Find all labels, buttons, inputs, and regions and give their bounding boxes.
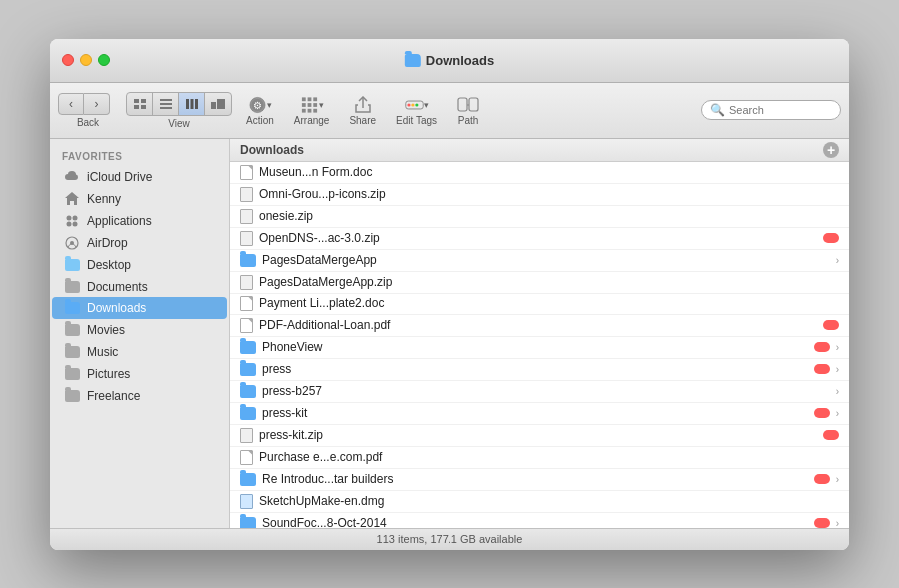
icon-view-button[interactable] [127, 93, 153, 115]
sidebar-item-applications[interactable]: Applications [52, 210, 227, 232]
sidebar-item-freelance[interactable]: Freelance [52, 385, 227, 407]
folder-icon [240, 254, 256, 267]
folder-icon [240, 385, 256, 398]
list-item[interactable]: PhoneView › [230, 337, 849, 359]
list-item[interactable]: Omni-Grou...p-icons.zip [230, 184, 849, 206]
icloud-badge [823, 430, 839, 440]
list-item[interactable]: PagesDataMergeApp › [230, 250, 849, 272]
window-title: Downloads [426, 53, 494, 68]
file-name: Payment Li...plate2.doc [259, 296, 839, 310]
svg-rect-0 [134, 99, 139, 103]
list-item[interactable]: Museun...n Form.doc [230, 162, 849, 184]
toolbar: ‹ › Back View [50, 83, 849, 139]
list-view-button[interactable] [153, 93, 179, 115]
file-name: PagesDataMergeApp [262, 253, 830, 267]
sidebar-item-downloads[interactable]: Downloads [52, 297, 227, 319]
list-item[interactable]: OpenDNS-...ac-3.0.zip [230, 228, 849, 250]
list-item[interactable]: SoundFoc...8-Oct-2014 › [230, 513, 849, 528]
svg-rect-20 [313, 103, 317, 107]
title-bar: Downloads [50, 39, 849, 83]
back-button[interactable]: ‹ [58, 93, 84, 115]
list-item[interactable]: onesie.zip [230, 206, 849, 228]
share-icon [351, 95, 375, 115]
svg-rect-21 [301, 108, 305, 112]
column-view-button[interactable] [179, 93, 205, 115]
add-column-button[interactable]: + [823, 142, 839, 158]
action-button[interactable]: ⚙ ▾ Action [240, 93, 280, 128]
traffic-lights [62, 54, 110, 66]
svg-marker-31 [65, 192, 79, 205]
folder-arrow: › [836, 474, 839, 485]
search-icon: 🔍 [710, 103, 725, 117]
svg-rect-9 [195, 99, 198, 109]
list-item[interactable]: PagesDataMergeApp.zip [230, 272, 849, 294]
sidebar-item-pictures[interactable]: Pictures [52, 363, 227, 385]
list-item[interactable]: SketchUpMake-en.dmg [230, 491, 849, 513]
folder-arrow: › [836, 342, 839, 353]
sidebar-label-pictures: Pictures [87, 367, 130, 381]
list-item[interactable]: press-kit.zip [230, 425, 849, 447]
back-label: Back [77, 117, 99, 128]
forward-button[interactable]: › [84, 93, 110, 115]
svg-point-35 [73, 221, 78, 226]
svg-rect-16 [307, 97, 311, 101]
arrange-label: Arrange [294, 115, 330, 126]
search-input[interactable] [729, 104, 832, 116]
icloud-badge [814, 408, 830, 418]
sidebar-item-kenny[interactable]: Kenny [52, 188, 227, 210]
arrange-button[interactable]: ▾ Arrange [288, 93, 336, 128]
list-item[interactable]: Payment Li...plate2.doc [230, 294, 849, 315]
svg-rect-18 [301, 103, 305, 107]
cloud-icon [64, 169, 80, 185]
view-group: View [126, 92, 232, 129]
sidebar-item-icloud-drive[interactable]: iCloud Drive [52, 166, 227, 188]
edit-tags-icon: ▾ [405, 95, 429, 115]
zip-icon [240, 231, 253, 246]
sidebar-item-movies[interactable]: Movies [52, 319, 227, 341]
back-forward-buttons: ‹ › [58, 93, 110, 115]
edit-tags-button[interactable]: ▾ Edit Tags [390, 93, 443, 128]
doc-icon [240, 318, 253, 333]
file-name: PhoneView [262, 340, 808, 354]
zip-icon [240, 275, 253, 290]
folder-icon [240, 363, 256, 376]
svg-rect-19 [307, 103, 311, 107]
minimize-button[interactable] [80, 54, 92, 66]
file-name: press-kit [262, 406, 808, 420]
path-icon [456, 95, 480, 115]
file-name: PDF-Additional-Loan.pdf [259, 318, 817, 332]
svg-rect-29 [469, 98, 478, 111]
list-item[interactable]: Purchase e...e.com.pdf [230, 447, 849, 469]
sidebar-label-downloads: Downloads [87, 301, 146, 315]
path-label: Path [458, 115, 479, 126]
file-name: Museun...n Form.doc [259, 165, 839, 179]
close-button[interactable] [62, 54, 74, 66]
share-label: Share [349, 115, 376, 126]
list-item[interactable]: press-b257 › [230, 381, 849, 403]
doc-icon [240, 450, 253, 465]
svg-rect-5 [160, 103, 172, 105]
cover-flow-button[interactable] [205, 93, 231, 115]
zip-icon [240, 187, 253, 202]
finder-window: Downloads ‹ › Back [50, 39, 849, 550]
house-icon [64, 191, 80, 207]
sidebar-item-desktop[interactable]: Desktop [52, 254, 227, 276]
list-item[interactable]: PDF-Additional-Loan.pdf [230, 315, 849, 337]
svg-rect-2 [134, 105, 139, 109]
fullscreen-button[interactable] [98, 54, 110, 66]
list-item[interactable]: press › [230, 359, 849, 381]
svg-rect-17 [313, 97, 317, 101]
list-item[interactable]: press-kit › [230, 403, 849, 425]
list-item[interactable]: Re Introduc...tar builders › [230, 469, 849, 491]
sidebar-label-freelance: Freelance [87, 389, 140, 403]
sidebar-item-music[interactable]: Music [52, 341, 227, 363]
sidebar-item-airdrop[interactable]: AirDrop [52, 232, 227, 254]
svg-point-33 [73, 215, 78, 220]
svg-rect-6 [160, 107, 172, 109]
sidebar-item-documents[interactable]: Documents [52, 276, 227, 297]
movies-folder-icon [64, 322, 80, 338]
sidebar-label-airdrop: AirDrop [87, 236, 128, 250]
share-button[interactable]: Share [343, 93, 382, 128]
path-button[interactable]: Path [450, 93, 486, 128]
svg-rect-11 [217, 99, 225, 109]
